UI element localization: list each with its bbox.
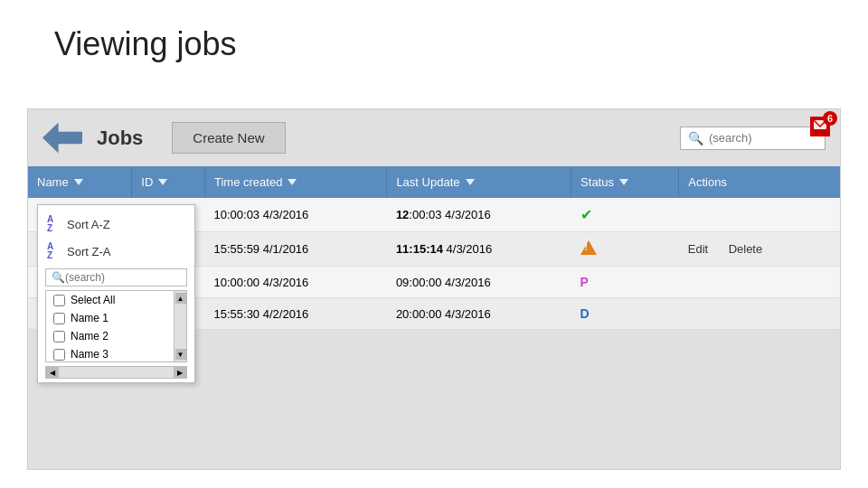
- filter-search-icon: 🔍: [52, 271, 65, 284]
- filter-item-select-all[interactable]: Select All: [46, 291, 174, 309]
- create-new-button[interactable]: Create New: [172, 122, 285, 154]
- row1-time-created: 10:00:03 4/3/2016: [205, 198, 387, 232]
- filter-item-name3[interactable]: Name 3: [46, 345, 174, 362]
- select-all-checkbox[interactable]: [53, 295, 65, 306]
- col-header-name: Name: [28, 166, 132, 198]
- row2-last-update: 11:15:14 4/3/2016: [387, 232, 571, 267]
- table-header-row: Name ID Time created: [28, 166, 840, 198]
- sort-az-icon: AZ: [47, 215, 60, 233]
- notification-badge[interactable]: 6: [807, 117, 833, 136]
- sort-za-icon: AZ: [47, 242, 60, 260]
- row1-last-update: 12:00:03 4/3/2016: [387, 198, 571, 232]
- filter-dropdown: AZ Sort A-Z AZ Sort Z-A 🔍 Select All: [37, 204, 195, 383]
- filter-search-box: 🔍: [45, 268, 187, 286]
- sort-az-option[interactable]: AZ Sort A-Z: [38, 211, 194, 238]
- name-filter-icon[interactable]: [74, 179, 83, 185]
- row3-time-created: 10:00:00 4/3/2016: [205, 267, 387, 298]
- row4-status: D: [571, 298, 679, 330]
- notification-icon[interactable]: 6: [810, 117, 830, 136]
- filter-list-area: Select All Name 1 Name 2 Name 3: [45, 290, 187, 362]
- sort-za-option[interactable]: AZ Sort Z-A: [38, 238, 194, 265]
- search-icon: 🔍: [688, 131, 703, 145]
- update-filter-icon[interactable]: [466, 179, 475, 185]
- back-button[interactable]: [42, 123, 82, 154]
- table-container: AZ Sort A-Z AZ Sort Z-A 🔍 Select All: [28, 166, 840, 330]
- filter-item-name2[interactable]: Name 2: [46, 327, 174, 345]
- status-filter-icon[interactable]: [619, 179, 628, 185]
- search-input[interactable]: [709, 131, 817, 145]
- search-box: 🔍: [680, 127, 826, 150]
- col-header-status: Status: [571, 166, 679, 198]
- jobs-label: Jobs: [97, 127, 143, 150]
- page-title: Viewing jobs: [54, 25, 236, 63]
- panel-header: Jobs Create New 🔍: [28, 109, 840, 166]
- name3-checkbox[interactable]: [53, 349, 65, 361]
- filter-scrollbar[interactable]: ▲ ▼: [174, 291, 186, 361]
- delete-link[interactable]: Delete: [729, 242, 763, 256]
- edit-link[interactable]: Edit: [688, 242, 708, 256]
- col-header-actions: Actions: [679, 166, 840, 198]
- id-filter-icon[interactable]: [158, 179, 167, 185]
- hscroll-track: [61, 367, 172, 378]
- select-all-label: Select All: [71, 294, 115, 306]
- hscroll-right-btn[interactable]: ▶: [174, 366, 186, 379]
- col-header-last-update: Last Update: [387, 166, 571, 198]
- name3-label: Name 3: [71, 348, 108, 361]
- filter-search-input[interactable]: [65, 271, 181, 284]
- row2-actions: Edit Delete: [679, 232, 840, 267]
- status-check-icon: [580, 207, 592, 222]
- col-time-label: Time created: [214, 175, 282, 189]
- status-d-label: D: [580, 306, 590, 321]
- name2-label: Name 2: [71, 330, 108, 343]
- row4-time-created: 15:55:30 4/2/2016: [205, 298, 387, 330]
- col-update-label: Last Update: [396, 175, 459, 189]
- col-header-id: ID: [132, 166, 205, 198]
- row3-actions: [679, 267, 840, 298]
- row4-last-update: 20:00:00 4/3/2016: [387, 298, 571, 330]
- row1-status: [571, 198, 679, 232]
- notification-count: 6: [823, 111, 837, 126]
- row2-status: [571, 232, 679, 267]
- name2-checkbox[interactable]: [53, 331, 65, 343]
- status-warning-icon: [580, 240, 597, 255]
- sort-za-label: Sort Z-A: [67, 245, 110, 258]
- col-actions-label: Actions: [688, 175, 727, 189]
- sort-az-label: Sort A-Z: [67, 218, 110, 231]
- row3-last-update: 09:00:00 4/3/2016: [387, 267, 571, 298]
- col-status-label: Status: [580, 175, 614, 189]
- row4-actions: [679, 298, 840, 330]
- col-header-time-created: Time created: [205, 166, 387, 198]
- row3-status: P: [571, 267, 679, 298]
- col-name-label: Name: [37, 175, 69, 189]
- time-filter-icon[interactable]: [288, 179, 297, 185]
- hscroll-left-btn[interactable]: ◀: [46, 366, 59, 379]
- row1-actions: [679, 198, 840, 232]
- name1-label: Name 1: [71, 312, 108, 324]
- row2-time-created: 15:55:59 4/1/2016: [205, 232, 387, 267]
- name1-checkbox[interactable]: [53, 313, 65, 324]
- filter-item-name1[interactable]: Name 1: [46, 309, 174, 327]
- col-id-label: ID: [141, 175, 153, 189]
- scroll-up-btn[interactable]: ▲: [175, 293, 186, 304]
- filter-hscroll: ◀ ▶: [45, 366, 187, 379]
- main-panel: 6 Jobs Create New 🔍 AZ Sort A-Z AZ Sort …: [27, 108, 841, 470]
- status-p-label: P: [580, 275, 589, 289]
- scroll-down-btn[interactable]: ▼: [175, 349, 186, 360]
